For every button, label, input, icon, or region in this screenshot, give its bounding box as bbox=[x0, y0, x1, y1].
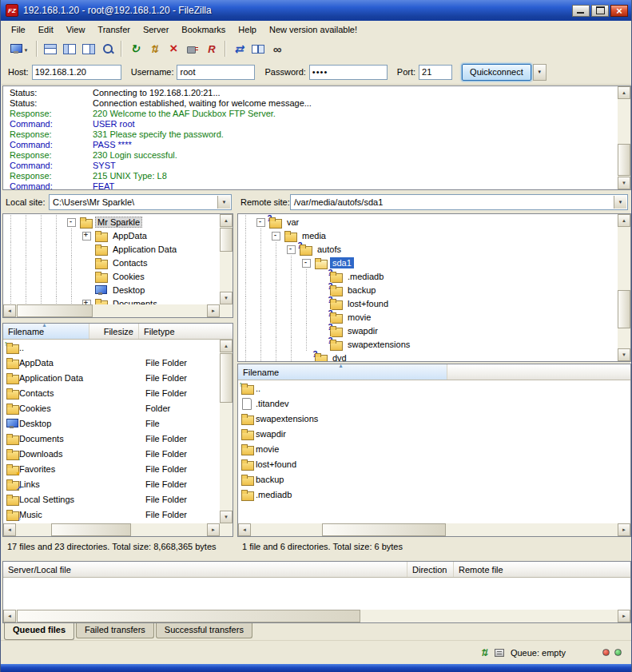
site-manager-button[interactable] bbox=[6, 39, 33, 58]
server-status-icon[interactable] bbox=[495, 649, 504, 657]
tab-successful-transfers[interactable]: Successful transfers bbox=[156, 623, 252, 638]
toggle-queue-button[interactable] bbox=[98, 39, 117, 58]
file-row[interactable]: .. bbox=[238, 380, 630, 396]
log-scrollbar[interactable] bbox=[618, 86, 630, 189]
file-row[interactable]: DesktopFile bbox=[3, 416, 233, 431]
file-row[interactable]: ContactsFile Folder bbox=[3, 385, 233, 400]
scrollbar-thumb[interactable] bbox=[220, 228, 233, 252]
scroll-up-icon[interactable] bbox=[220, 214, 233, 227]
tree-node[interactable]: AppData bbox=[3, 229, 233, 242]
tree-node[interactable]: .mediadb bbox=[238, 269, 630, 283]
directory-comparison-button[interactable] bbox=[229, 39, 248, 58]
column-header-filetype[interactable]: Filetype bbox=[139, 324, 233, 339]
tree-node[interactable]: var bbox=[238, 215, 630, 229]
scroll-right-icon[interactable] bbox=[618, 610, 630, 622]
close-button[interactable] bbox=[610, 5, 628, 17]
tree-node[interactable]: media bbox=[238, 229, 630, 242]
tree-node[interactable]: lost+found bbox=[238, 296, 630, 310]
column-header-filename[interactable]: Filename bbox=[238, 364, 447, 380]
remote-site-combobox[interactable]: /var/media/autofs/sda1 bbox=[290, 194, 628, 210]
menu-file[interactable]: File bbox=[5, 23, 32, 36]
column-header-direction[interactable]: Direction bbox=[407, 562, 454, 577]
tree-node[interactable]: Contacts bbox=[3, 256, 233, 269]
scroll-down-icon[interactable] bbox=[220, 292, 233, 304]
scroll-down-icon[interactable] bbox=[618, 177, 630, 189]
chevron-down-icon[interactable] bbox=[614, 196, 626, 209]
tree-node[interactable]: Application Data bbox=[3, 242, 233, 256]
quickconnect-dropdown-button[interactable] bbox=[533, 64, 547, 81]
collapse-icon[interactable] bbox=[268, 229, 284, 242]
file-row[interactable]: .titandev bbox=[238, 396, 630, 411]
menu-view[interactable]: View bbox=[60, 23, 92, 36]
local-list-vscrollbar[interactable] bbox=[220, 340, 233, 523]
menu-edit[interactable]: Edit bbox=[32, 23, 60, 36]
tree-node[interactable]: movie bbox=[238, 310, 630, 324]
minimize-button[interactable] bbox=[572, 5, 590, 17]
scroll-right-icon[interactable] bbox=[207, 304, 220, 317]
tree-node[interactable]: swapextensions bbox=[238, 337, 630, 351]
refresh-button[interactable] bbox=[125, 39, 145, 58]
scroll-right-icon[interactable] bbox=[207, 523, 220, 536]
scrollbar-thumb[interactable] bbox=[618, 144, 630, 176]
tree-node[interactable]: Mr Sparkle bbox=[3, 215, 233, 229]
cancel-button[interactable] bbox=[164, 39, 183, 58]
scrollbar-thumb[interactable] bbox=[17, 610, 360, 622]
file-row[interactable]: swapdir bbox=[238, 426, 630, 441]
file-row[interactable]: MusicFile Folder bbox=[3, 507, 233, 522]
column-header-filename[interactable]: Filename bbox=[3, 324, 89, 339]
port-input[interactable] bbox=[419, 65, 452, 80]
host-input[interactable] bbox=[32, 65, 121, 80]
password-input[interactable] bbox=[309, 65, 388, 80]
scroll-left-icon[interactable] bbox=[3, 304, 16, 317]
file-row[interactable]: .. bbox=[3, 340, 233, 355]
toggle-remote-tree-button[interactable] bbox=[79, 39, 98, 58]
scrollbar-thumb[interactable] bbox=[51, 523, 131, 536]
local-tree-hscrollbar[interactable] bbox=[3, 304, 220, 317]
file-row[interactable]: AppDataFile Folder bbox=[3, 355, 233, 370]
file-row[interactable]: DocumentsFile Folder bbox=[3, 431, 233, 446]
scroll-right-icon[interactable] bbox=[618, 523, 630, 536]
maximize-button[interactable] bbox=[591, 5, 609, 17]
tree-node[interactable]: dvd bbox=[238, 351, 630, 362]
queue-hscrollbar[interactable] bbox=[3, 610, 630, 622]
synchronized-browsing-button[interactable] bbox=[248, 39, 268, 58]
expand-icon[interactable] bbox=[79, 229, 94, 242]
file-row[interactable]: DownloadsFile Folder bbox=[3, 446, 233, 461]
column-header-remote-file[interactable]: Remote file bbox=[454, 562, 630, 577]
scroll-left-icon[interactable] bbox=[3, 523, 16, 536]
chevron-down-icon[interactable] bbox=[217, 196, 230, 209]
collapse-icon[interactable] bbox=[64, 215, 79, 229]
file-row[interactable]: Local SettingsFile Folder bbox=[3, 491, 233, 507]
scrollbar-thumb[interactable] bbox=[618, 290, 630, 328]
username-input[interactable] bbox=[177, 65, 255, 80]
toggle-message-log-button[interactable] bbox=[41, 39, 60, 58]
file-row[interactable]: swapextensions bbox=[238, 411, 630, 426]
disconnect-button[interactable] bbox=[183, 39, 202, 58]
scroll-down-icon[interactable] bbox=[618, 348, 630, 361]
column-header-filesize[interactable]: Filesize bbox=[89, 324, 139, 339]
menu-bookmarks[interactable]: Bookmarks bbox=[175, 23, 232, 36]
file-row[interactable]: FavoritesFile Folder bbox=[3, 461, 233, 476]
file-row[interactable]: .mediadb bbox=[238, 487, 630, 502]
menu-help[interactable]: Help bbox=[232, 23, 263, 36]
remote-tree-vscrollbar[interactable] bbox=[618, 214, 630, 361]
local-site-combobox[interactable]: C:\Users\Mr Sparkle\ bbox=[49, 194, 232, 210]
toggle-local-tree-button[interactable] bbox=[60, 39, 79, 58]
file-row[interactable]: backup bbox=[238, 471, 630, 487]
scroll-up-icon[interactable] bbox=[618, 86, 630, 99]
tree-node[interactable]: autofs bbox=[238, 242, 630, 256]
scroll-left-icon[interactable] bbox=[3, 610, 16, 622]
scrollbar-thumb[interactable] bbox=[220, 353, 233, 403]
file-row[interactable]: lost+found bbox=[238, 456, 630, 471]
tree-node[interactable]: Desktop bbox=[3, 283, 233, 296]
tab-failed-transfers[interactable]: Failed transfers bbox=[76, 623, 154, 638]
tab-queued-files[interactable]: Queued files bbox=[4, 623, 74, 640]
collapse-icon[interactable] bbox=[299, 256, 314, 269]
file-row[interactable]: CookiesFolder bbox=[3, 400, 233, 416]
column-header-server-local-file[interactable]: Server/Local file bbox=[3, 562, 407, 577]
scrollbar-thumb[interactable] bbox=[322, 523, 446, 536]
local-tree-vscrollbar[interactable] bbox=[220, 214, 233, 304]
speed-limits-icon[interactable] bbox=[480, 647, 488, 658]
quickconnect-button[interactable]: Quickconnect bbox=[462, 64, 531, 81]
file-row[interactable]: Application DataFile Folder bbox=[3, 370, 233, 385]
